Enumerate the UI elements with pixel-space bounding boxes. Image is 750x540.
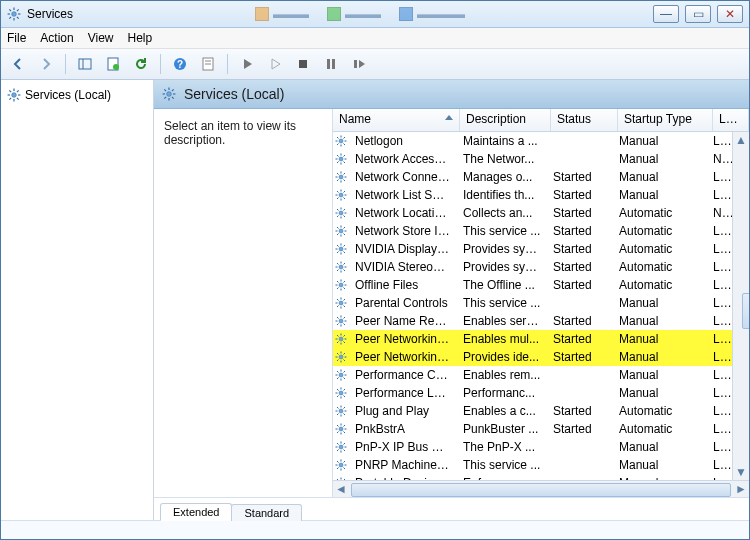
service-row[interactable]: Performance Logs...Performanc...ManualLo… — [333, 384, 749, 402]
service-row[interactable]: Peer Networking I...Provides ide...Start… — [333, 348, 749, 366]
cell-name: Netlogon — [349, 134, 457, 148]
vertical-scrollbar[interactable]: ▲ ▼ — [732, 132, 749, 480]
service-row[interactable]: Peer Name Resolu...Enables serv...Starte… — [333, 312, 749, 330]
scroll-up-icon[interactable]: ▲ — [733, 132, 749, 148]
menu-file[interactable]: File — [7, 31, 26, 45]
cell-description: This service ... — [457, 296, 547, 310]
cell-status: Started — [547, 206, 613, 220]
show-hide-tree-button[interactable] — [72, 51, 98, 77]
service-row[interactable]: Plug and PlayEnables a c...StartedAutoma… — [333, 402, 749, 420]
cell-status: Started — [547, 188, 613, 202]
service-row[interactable]: Offline FilesThe Offline ...StartedAutom… — [333, 276, 749, 294]
service-row[interactable]: Network Location ...Collects an...Starte… — [333, 204, 749, 222]
cell-status: Started — [547, 314, 613, 328]
gear-icon — [333, 351, 349, 363]
properties-button[interactable] — [195, 51, 221, 77]
cell-startup: Manual — [613, 368, 707, 382]
service-row[interactable]: Performance Cou...Enables rem...ManualLo… — [333, 366, 749, 384]
gear-icon — [333, 135, 349, 147]
cell-name: Network List Service — [349, 188, 457, 202]
service-row[interactable]: PNRP Machine Na...This service ...Manual… — [333, 456, 749, 474]
cell-description: The PnP-X ... — [457, 440, 547, 454]
service-row[interactable]: PnkBstrAPunkBuster ...StartedAutomaticLo… — [333, 420, 749, 438]
titlebar[interactable]: Services ▬▬▬ ▬▬▬ ▬▬▬▬ — ▭ ✕ — [1, 1, 749, 28]
cell-name: Portable Device E... — [349, 476, 457, 480]
cell-startup: Manual — [613, 440, 707, 454]
tab-standard[interactable]: Standard — [231, 504, 302, 521]
horizontal-scrollbar[interactable]: ◄ ► — [333, 480, 749, 497]
services-list: Name Description Status Startup Type Log… — [332, 109, 749, 497]
service-row[interactable]: Peer Networking ...Enables mul...Started… — [333, 330, 749, 348]
col-description[interactable]: Description — [460, 109, 551, 131]
scroll-thumb[interactable] — [742, 293, 749, 329]
cell-status: Started — [547, 170, 613, 184]
cell-status: Started — [547, 224, 613, 238]
menu-action[interactable]: Action — [40, 31, 73, 45]
start-service-button[interactable] — [234, 51, 260, 77]
cell-name: Parental Controls — [349, 296, 457, 310]
cell-startup: Automatic — [613, 260, 707, 274]
svg-rect-21 — [354, 60, 357, 68]
cell-status: Started — [547, 404, 613, 418]
export-list-button[interactable] — [100, 51, 126, 77]
back-button[interactable] — [5, 51, 31, 77]
col-log-on-as[interactable]: Log On As — [713, 109, 749, 131]
service-row[interactable]: Portable Device E...Enforces gr...Manual… — [333, 474, 749, 480]
cell-startup: Automatic — [613, 242, 707, 256]
menu-help[interactable]: Help — [128, 31, 153, 45]
cell-description: Manages o... — [457, 170, 547, 184]
cell-startup: Manual — [613, 350, 707, 364]
col-startup-type[interactable]: Startup Type — [618, 109, 713, 131]
description-text: Select an item to view its description. — [164, 119, 296, 147]
cell-description: PunkBuster ... — [457, 422, 547, 436]
svg-text:?: ? — [177, 59, 183, 70]
service-row[interactable]: Network Access P...The Networ...ManualNe… — [333, 150, 749, 168]
service-row[interactable]: NVIDIA Stereosco...Provides sys...Starte… — [333, 258, 749, 276]
gear-icon — [333, 459, 349, 471]
gear-icon — [333, 243, 349, 255]
service-row[interactable]: PnP-X IP Bus Enu...The PnP-X ...ManualLo… — [333, 438, 749, 456]
cell-description: Enables rem... — [457, 368, 547, 382]
restart-service-button[interactable] — [346, 51, 372, 77]
gear-icon — [333, 477, 349, 480]
cell-startup: Automatic — [613, 422, 707, 436]
restart-part-button[interactable] — [262, 51, 288, 77]
refresh-button[interactable] — [128, 51, 154, 77]
maximize-button[interactable]: ▭ — [685, 5, 711, 23]
tab-extended[interactable]: Extended — [160, 503, 232, 521]
cell-startup: Manual — [613, 170, 707, 184]
service-rows[interactable]: NetlogonMaintains a ...ManualLocal Syste… — [333, 132, 749, 480]
scroll-thumb[interactable] — [351, 483, 731, 497]
pause-service-button[interactable] — [318, 51, 344, 77]
cell-name: Peer Networking ... — [349, 332, 457, 346]
tree-root-label: Services (Local) — [25, 88, 111, 102]
service-row[interactable]: Network Store Int...This service ...Star… — [333, 222, 749, 240]
cell-description: Enforces gr... — [457, 476, 547, 480]
scroll-down-icon[interactable]: ▼ — [733, 464, 749, 480]
close-button[interactable]: ✕ — [717, 5, 743, 23]
gear-icon — [333, 171, 349, 183]
console-tree[interactable]: Services (Local) — [1, 80, 154, 520]
cell-startup: Manual — [613, 476, 707, 480]
service-row[interactable]: NetlogonMaintains a ...ManualLocal Syste… — [333, 132, 749, 150]
col-status[interactable]: Status — [551, 109, 618, 131]
minimize-button[interactable]: — — [653, 5, 679, 23]
service-row[interactable]: Parental ControlsThis service ...ManualL… — [333, 294, 749, 312]
gear-icon — [333, 189, 349, 201]
gear-icon — [333, 207, 349, 219]
service-row[interactable]: NVIDIA Display Dri...Provides sys...Star… — [333, 240, 749, 258]
service-row[interactable]: Network List ServiceIdentifies th...Star… — [333, 186, 749, 204]
gear-icon — [333, 369, 349, 381]
stop-service-button[interactable] — [290, 51, 316, 77]
scroll-left-icon[interactable]: ◄ — [333, 482, 349, 496]
menu-view[interactable]: View — [88, 31, 114, 45]
col-name[interactable]: Name — [333, 109, 460, 131]
cell-name: Plug and Play — [349, 404, 457, 418]
help-button[interactable]: ? — [167, 51, 193, 77]
cell-description: Provides sys... — [457, 242, 547, 256]
tree-root-services-local[interactable]: Services (Local) — [5, 86, 149, 104]
service-row[interactable]: Network Connecti...Manages o...StartedMa… — [333, 168, 749, 186]
scroll-right-icon[interactable]: ► — [733, 482, 749, 496]
gear-icon — [333, 441, 349, 453]
forward-button[interactable] — [33, 51, 59, 77]
